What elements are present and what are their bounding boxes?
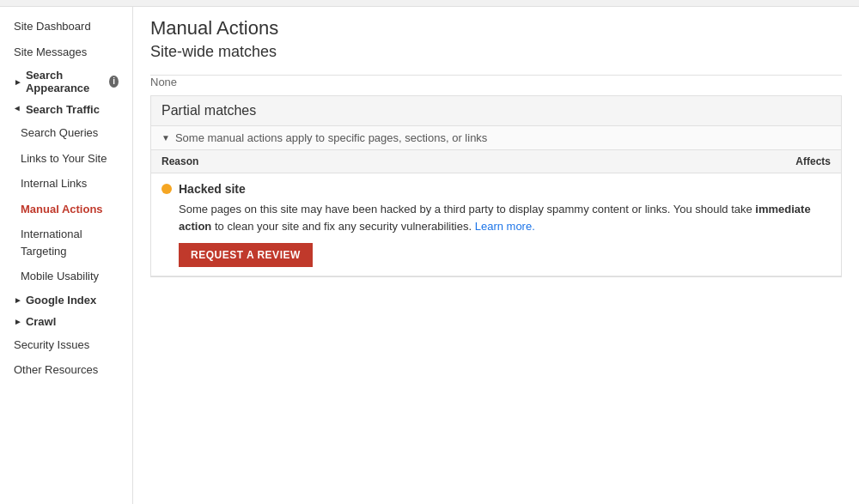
partial-matches-section: Partial matches ▼ Some manual actions ap… bbox=[150, 95, 842, 277]
column-header-affects: Affects bbox=[745, 155, 831, 167]
sidebar-toggle-crawl[interactable]: ► Crawl bbox=[0, 311, 132, 332]
sidebar-item-other-resources[interactable]: Other Resources bbox=[0, 357, 132, 383]
sidebar-item-internal-links[interactable]: Internal Links bbox=[0, 171, 132, 197]
issue-row-hacked-site: Hacked site Some pages on this site may … bbox=[151, 173, 841, 276]
sidebar-toggle-search-appearance[interactable]: ► Search Appearance i bbox=[0, 64, 132, 99]
chevron-right-icon-2: ► bbox=[14, 295, 22, 305]
issue-title-row: Hacked site bbox=[161, 182, 831, 196]
none-text: None bbox=[150, 76, 842, 88]
main-content: Manual Actions Site-wide matches None Pa… bbox=[133, 7, 859, 504]
info-icon: i bbox=[109, 76, 119, 88]
sidebar: Site Dashboard Site Messages ► Search Ap… bbox=[0, 7, 133, 504]
issue-description: Some pages on this site may have been ha… bbox=[179, 201, 831, 234]
sidebar-item-links-to-your-site[interactable]: Links to Your Site bbox=[0, 146, 132, 172]
sidebar-item-manual-actions[interactable]: Manual Actions bbox=[0, 197, 132, 222]
table-header-row: Reason Affects bbox=[151, 150, 841, 173]
collapsible-text: Some manual actions apply to specific pa… bbox=[175, 131, 487, 144]
top-bar bbox=[0, 0, 859, 7]
sidebar-toggle-google-index[interactable]: ► Google Index bbox=[0, 289, 132, 311]
chevron-right-icon: ► bbox=[14, 77, 22, 87]
request-review-button[interactable]: REQUEST A REVIEW bbox=[179, 243, 313, 267]
sidebar-item-international-targeting[interactable]: International Targeting bbox=[0, 222, 132, 264]
issue-title: Hacked site bbox=[179, 182, 246, 196]
description-after-text: to clean your site and fix any security … bbox=[215, 220, 472, 233]
partial-matches-header: Partial matches bbox=[151, 96, 841, 126]
page-title: Manual Actions bbox=[150, 17, 842, 39]
sidebar-item-security-issues[interactable]: Security Issues bbox=[0, 332, 132, 358]
chevron-right-icon-3: ► bbox=[14, 317, 22, 326]
section-title: Site-wide matches bbox=[150, 43, 842, 66]
sidebar-item-mobile-usability[interactable]: Mobile Usability bbox=[0, 264, 132, 289]
chevron-down-icon: ▼ bbox=[13, 105, 22, 113]
description-text: Some pages on this site may have been ha… bbox=[179, 203, 752, 216]
warning-dot-icon bbox=[161, 184, 172, 194]
sidebar-toggle-search-traffic[interactable]: ▼ Search Traffic bbox=[0, 99, 132, 120]
collapsible-row[interactable]: ▼ Some manual actions apply to specific … bbox=[151, 126, 841, 150]
sidebar-item-site-dashboard[interactable]: Site Dashboard bbox=[0, 14, 132, 39]
sidebar-item-search-queries[interactable]: Search Queries bbox=[0, 120, 132, 146]
learn-more-link[interactable]: Learn more. bbox=[475, 220, 535, 233]
main-layout: Site Dashboard Site Messages ► Search Ap… bbox=[0, 7, 859, 504]
sidebar-item-site-messages[interactable]: Site Messages bbox=[0, 39, 132, 65]
column-header-reason: Reason bbox=[161, 155, 745, 167]
triangle-icon: ▼ bbox=[161, 133, 170, 143]
